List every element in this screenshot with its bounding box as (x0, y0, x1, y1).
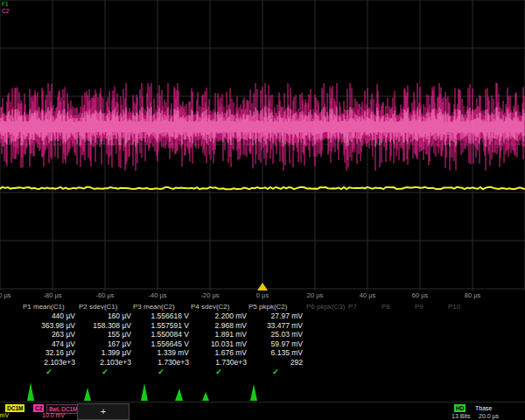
time-label-8: 60 µs (412, 291, 429, 299)
meas-status-p4: ✓ (191, 368, 247, 376)
meas-cell-r6-p2: 2.103e+3 (79, 358, 131, 367)
plus-icon: + (101, 406, 106, 416)
trace-label-green: F1 (2, 1, 9, 7)
meas-status-p3: ✓ (133, 368, 189, 376)
meas-status-p2: ✓ (79, 368, 131, 376)
histicon-p4[interactable] (191, 380, 243, 402)
meas-cell-r1-p2: 160 µV (79, 312, 131, 320)
meas-cell-r6-p1: 2.103e+3 (23, 358, 75, 367)
descriptor-bar: DC1M 10.0 mV C2 BwL DC1M 10.0 mV + HD Tb… (0, 402, 525, 420)
oscilloscope-screen: F1 C2 -100 µs -80 µs -60 µs -40 µs -20 µ… (0, 0, 525, 420)
c1-scale[interactable]: 10.0 mV (0, 412, 9, 418)
time-label-2: -60 µs (96, 291, 115, 299)
time-label-4: -20 µs (201, 291, 220, 299)
meas-header-p6[interactable]: P6 pkpk(C3) (306, 303, 345, 311)
hd-bits: 13 Bits (452, 413, 470, 419)
histicon-p3[interactable] (133, 380, 186, 402)
histicon-p2[interactable] (79, 380, 131, 402)
histicon-p5[interactable] (248, 380, 301, 402)
trace-label-magenta: C2 (2, 8, 9, 14)
meas-cell-r3-p4: 1.891 mV (191, 330, 247, 339)
meas-cell-r5-p3: 1.339 mV (133, 348, 189, 357)
time-label-7: 40 µs (360, 291, 376, 299)
c2-badge[interactable]: C2 (33, 404, 44, 412)
meas-cell-r3-p5: 25.03 mV (248, 330, 303, 339)
meas-cell-r3-p2: 155 µV (79, 330, 131, 339)
meas-cell-r2-p1: 363.98 µV (23, 321, 75, 330)
meas-cell-r6-p3: 1.730e+3 (133, 358, 189, 367)
meas-cell-r1-p3: 1.556616 V (133, 312, 189, 320)
meas-cell-r4-p2: 167 µV (79, 340, 131, 348)
meas-cell-r5-p4: 1.676 mV (191, 348, 247, 357)
meas-header-p9[interactable]: P9 (415, 303, 424, 311)
tbase-value: 20.0 µs (479, 413, 499, 419)
meas-status-p1: ✓ (23, 368, 75, 376)
tbase-label[interactable]: Tbase (475, 405, 492, 411)
time-label-6: 20 µs (307, 291, 324, 299)
meas-header-p3[interactable]: P3 mean(C2) (133, 303, 175, 311)
c2-scale[interactable]: 10.0 mV (42, 412, 65, 418)
time-label-3: -40 µs (149, 291, 167, 299)
meas-cell-r2-p5: 33.477 mV (248, 321, 303, 330)
meas-cell-r1-p5: 27.97 mV (248, 312, 303, 320)
meas-header-p2[interactable]: P2 sdev(C1) (79, 303, 117, 311)
meas-cell-r6-p5: 292 (248, 358, 303, 367)
meas-cell-r4-p3: 1.556645 V (133, 340, 189, 348)
meas-cell-r3-p3: 1.550084 V (133, 330, 189, 339)
waveform-display[interactable] (0, 0, 525, 290)
time-label-0: -100 µs (0, 291, 11, 299)
meas-header-p8[interactable]: P8 (382, 303, 390, 311)
meas-cell-r4-p1: 474 µV (23, 340, 75, 348)
meas-cell-r6-p4: 1.730e+3 (191, 358, 247, 367)
meas-cell-r5-p1: 32.16 µV (23, 348, 75, 357)
meas-cell-r5-p5: 6.135 mV (248, 348, 303, 357)
meas-header-p4[interactable]: P4 sdev(C2) (191, 303, 229, 311)
meas-cell-r2-p4: 2.968 mV (191, 321, 247, 330)
c1-coupling-chip[interactable]: DC1M (5, 404, 24, 412)
time-label-5: 0 µs (256, 291, 269, 299)
meas-cell-r3-p1: 263 µV (23, 330, 75, 339)
time-label-9: 80 µs (465, 291, 481, 299)
time-label-1: -80 µs (44, 291, 62, 299)
meas-header-p5[interactable]: P5 pkpk(C2) (248, 303, 287, 311)
meas-header-p1[interactable]: P1 mean(C1) (23, 303, 65, 311)
histicon-p1[interactable] (23, 380, 75, 402)
meas-cell-r4-p5: 59.97 mV (248, 340, 303, 348)
meas-cell-r2-p3: 1.557591 V (133, 321, 189, 330)
meas-header-p10[interactable]: P10 (448, 303, 460, 311)
meas-cell-r4-p4: 10.031 mV (191, 340, 247, 348)
hd-badge[interactable]: HD (454, 404, 466, 412)
meas-cell-r1-p1: 440 µV (23, 312, 75, 320)
meas-status-p5: ✓ (248, 368, 303, 376)
meas-header-p7[interactable]: P7 (348, 303, 357, 311)
meas-cell-r5-p2: 1.399 µV (79, 348, 131, 357)
add-trace-button[interactable]: + (77, 403, 130, 420)
meas-cell-r2-p2: 158.308 µV (79, 321, 131, 330)
meas-cell-r1-p4: 2.200 mV (191, 312, 247, 320)
